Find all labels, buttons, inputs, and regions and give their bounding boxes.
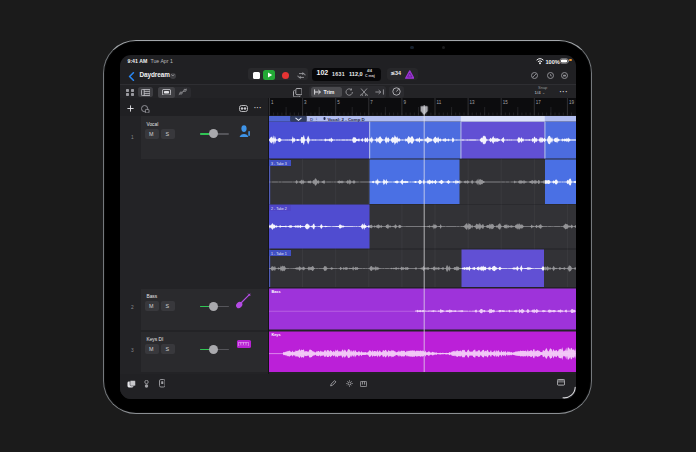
svg-text:13: 13 bbox=[469, 100, 475, 105]
svg-text:3 - Take 3: 3 - Take 3 bbox=[271, 162, 287, 166]
svg-text:2 - Take 2: 2 - Take 2 bbox=[271, 207, 287, 211]
svg-text:Vocal: 2 - Comp D: Vocal: 2 - Comp D bbox=[327, 117, 364, 122]
svg-text:D ⋮: D ⋮ bbox=[310, 117, 319, 122]
svg-text:19: 19 bbox=[568, 100, 574, 105]
svg-text:1 - Take 1: 1 - Take 1 bbox=[271, 252, 287, 256]
svg-text:Bass: Bass bbox=[271, 290, 280, 294]
svg-text:11: 11 bbox=[436, 100, 441, 105]
svg-text:17: 17 bbox=[535, 100, 541, 105]
svg-text:15: 15 bbox=[502, 100, 508, 105]
svg-text:Keys: Keys bbox=[271, 333, 280, 337]
